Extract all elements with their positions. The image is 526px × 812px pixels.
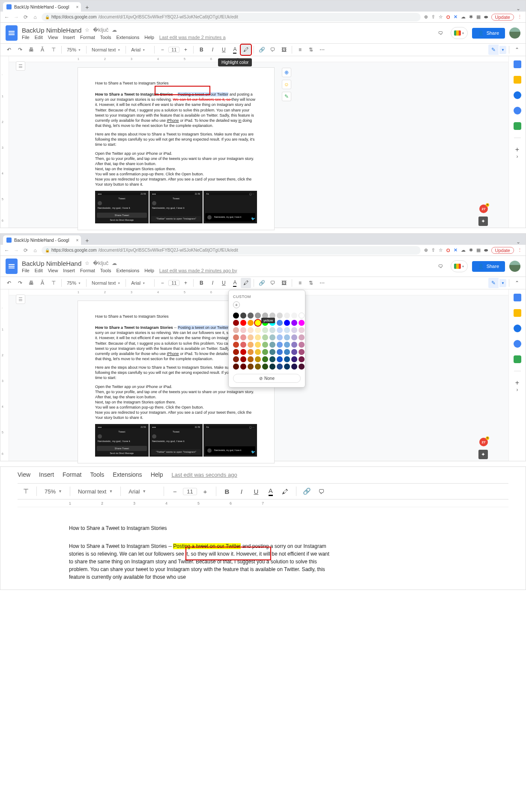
paint-format-icon[interactable]: ⊤ xyxy=(48,278,59,288)
chrome-update-button[interactable]: Update xyxy=(491,247,514,254)
ext-o-icon[interactable]: O xyxy=(446,15,450,20)
insert-link-icon[interactable]: 🔗 xyxy=(301,485,314,498)
color-swatch[interactable] xyxy=(248,342,254,348)
tasks-icon[interactable] xyxy=(514,91,521,99)
print-icon[interactable]: 🖶 xyxy=(26,45,36,55)
spellcheck-icon[interactable]: Ă xyxy=(37,278,48,288)
hide-menus-icon[interactable]: ⌃ xyxy=(512,45,522,55)
color-swatch[interactable] xyxy=(291,364,297,370)
notification-badge[interactable]: 27 xyxy=(479,205,488,213)
meet-button[interactable]: ▾ xyxy=(451,27,468,39)
share-page-icon[interactable]: ⇧ xyxy=(431,247,435,253)
color-swatch[interactable] xyxy=(269,364,275,370)
more-icon[interactable]: ⋯ xyxy=(317,45,327,55)
star-icon[interactable]: ☆ xyxy=(85,27,90,33)
color-swatch[interactable] xyxy=(248,356,254,362)
tasks-icon[interactable] xyxy=(514,325,521,332)
redo-icon[interactable]: ↷ xyxy=(15,278,25,288)
last-edit-link[interactable]: Last edit was made 2 minutes ago by xyxy=(159,268,237,273)
color-swatch[interactable] xyxy=(248,334,254,340)
add-comment-rail-icon[interactable]: ⊕ xyxy=(282,68,291,77)
underline-icon[interactable]: U xyxy=(218,278,229,288)
menu-extensions[interactable]: Extensions xyxy=(113,471,142,478)
highlight-color-icon[interactable]: 🖍 xyxy=(279,485,292,498)
get-addons-icon[interactable]: + xyxy=(514,146,521,153)
font-size-input[interactable]: 11 xyxy=(183,488,197,495)
share-button[interactable]: 👤Share xyxy=(472,261,505,272)
paint-format-icon[interactable]: ⊤ xyxy=(19,485,32,498)
menu-extensions[interactable]: Extensions xyxy=(116,35,139,40)
color-swatch[interactable] xyxy=(262,349,268,355)
text-color-icon[interactable]: A xyxy=(264,485,277,498)
color-swatch[interactable] xyxy=(299,334,305,340)
color-swatch[interactable] xyxy=(291,334,297,340)
color-swatch[interactable] xyxy=(248,320,254,326)
browser-tab[interactable]: BackUp NimbleHand - Googl × xyxy=(3,235,81,245)
bold-icon[interactable]: B xyxy=(196,278,206,288)
home-icon[interactable]: ⌂ xyxy=(32,14,38,20)
italic-icon[interactable]: I xyxy=(207,45,218,55)
chrome-menu-icon[interactable]: ⋮ xyxy=(517,14,522,20)
color-swatch[interactable] xyxy=(291,320,297,326)
meet-button[interactable]: ▾ xyxy=(451,260,468,272)
address-bar[interactable]: 🔒 https://docs.google.com/document/d/1Xp… xyxy=(42,246,421,255)
styles-dropdown[interactable]: Normal text▼ xyxy=(89,47,123,52)
color-swatch[interactable] xyxy=(284,349,290,355)
extensions-icon[interactable]: ✱ xyxy=(469,247,473,253)
align-icon[interactable]: ≡ xyxy=(295,278,305,288)
window-dropdown-icon[interactable]: ⌄ xyxy=(516,239,523,245)
color-swatch[interactable] xyxy=(233,356,239,362)
color-swatch[interactable] xyxy=(255,364,261,370)
color-swatch[interactable] xyxy=(269,327,275,333)
color-swatch[interactable] xyxy=(240,364,246,370)
color-swatch[interactable] xyxy=(233,342,239,348)
redo-icon[interactable]: ↷ xyxy=(15,45,25,55)
menu-file[interactable]: File xyxy=(22,268,30,273)
color-swatch[interactable] xyxy=(255,313,261,319)
align-icon[interactable]: ≡ xyxy=(295,45,305,55)
contacts-icon[interactable] xyxy=(514,107,521,114)
maps-icon[interactable] xyxy=(514,355,521,363)
cloud-status-icon[interactable]: ☁ xyxy=(112,260,117,266)
new-tab-button[interactable]: + xyxy=(83,236,91,245)
ext-film-icon[interactable]: ▦ xyxy=(476,247,481,253)
explore-button[interactable]: ✦ xyxy=(478,450,488,459)
underline-icon[interactable]: U xyxy=(250,485,263,498)
text-color-icon[interactable]: A xyxy=(230,278,240,288)
share-page-icon[interactable]: ⇧ xyxy=(431,14,435,20)
color-swatch[interactable] xyxy=(262,327,268,333)
calendar-icon[interactable] xyxy=(514,60,521,68)
account-avatar[interactable] xyxy=(509,261,520,272)
move-icon[interactable]: �ključ xyxy=(93,260,108,266)
color-swatch[interactable] xyxy=(277,349,283,355)
color-swatch[interactable] xyxy=(255,320,261,326)
add-comment-icon[interactable]: 🗩 xyxy=(268,278,278,288)
menu-format[interactable]: Format xyxy=(63,471,81,478)
document-outline-button[interactable]: ☰ xyxy=(16,295,25,304)
color-swatch[interactable] xyxy=(284,356,290,362)
color-swatch[interactable] xyxy=(277,356,283,362)
menu-insert[interactable]: Insert xyxy=(39,471,54,478)
reload-icon[interactable]: ⟳ xyxy=(23,247,29,253)
share-button[interactable]: 👤Share xyxy=(472,28,505,39)
last-edit-link[interactable]: Last edit was seconds ago xyxy=(171,472,237,478)
ext-film-icon[interactable]: ▦ xyxy=(476,14,481,20)
font-dropdown[interactable]: Arial▼ xyxy=(129,47,152,52)
highlight-color-icon[interactable]: 🖍 xyxy=(241,45,251,55)
chrome-update-button[interactable]: Update xyxy=(491,14,514,21)
star-icon[interactable]: ☆ xyxy=(85,260,90,266)
color-swatch[interactable] xyxy=(233,334,239,340)
back-icon[interactable]: ← xyxy=(4,247,10,253)
menu-edit[interactable]: Edit xyxy=(35,268,43,273)
cloud-status-icon[interactable]: ☁ xyxy=(112,27,117,33)
color-swatch[interactable] xyxy=(248,364,254,370)
collapse-panel-icon[interactable]: › xyxy=(509,153,526,163)
color-swatch[interactable] xyxy=(277,334,283,340)
color-swatch[interactable] xyxy=(277,313,283,319)
insert-link-icon[interactable]: 🔗 xyxy=(257,278,267,288)
color-swatch[interactable] xyxy=(269,342,275,348)
editing-mode-dropdown[interactable]: ▼ xyxy=(499,46,506,54)
insert-image-icon[interactable]: 🖼 xyxy=(279,45,289,55)
print-icon[interactable]: 🖶 xyxy=(26,278,36,288)
color-swatch[interactable] xyxy=(233,327,239,333)
